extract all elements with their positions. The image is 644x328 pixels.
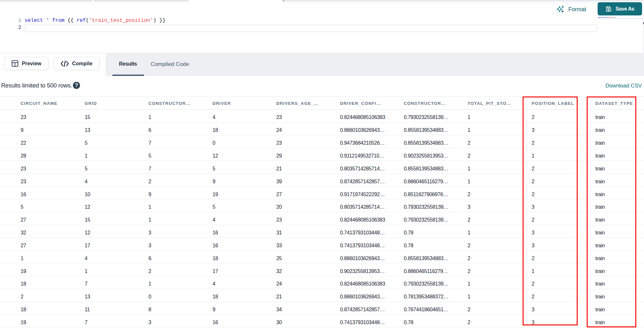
svg-text:?: ?: [75, 82, 78, 88]
